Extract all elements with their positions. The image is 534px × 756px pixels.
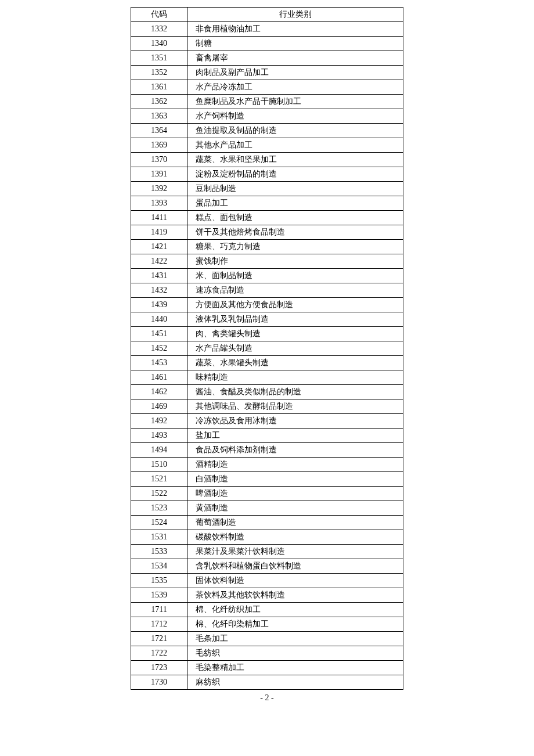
- cell-category: 毛条加工: [187, 632, 403, 646]
- table-row: 1364鱼油提取及制品的制造: [131, 124, 403, 138]
- cell-code: 1340: [131, 37, 187, 51]
- table-row: 1534含乳饮料和植物蛋白饮料制造: [131, 559, 403, 574]
- table-row: 1411糕点、面包制造: [131, 211, 403, 225]
- cell-category: 蔬菜、水果和坚果加工: [187, 153, 403, 167]
- cell-code: 1440: [131, 312, 187, 327]
- cell-category: 酒精制造: [187, 458, 403, 472]
- cell-category: 白酒制造: [187, 472, 403, 487]
- table-row: 1531碳酸饮料制造: [131, 530, 403, 545]
- cell-category: 水产品罐头制造: [187, 341, 403, 356]
- table-row: 1461味精制造: [131, 370, 403, 385]
- cell-code: 1392: [131, 182, 187, 196]
- cell-code: 1393: [131, 196, 187, 211]
- table-row: 1391淀粉及淀粉制品的制造: [131, 167, 403, 182]
- table-row: 1369其他水产品加工: [131, 138, 403, 153]
- table-row: 1361水产品冷冻加工: [131, 80, 403, 95]
- cell-category: 鱼油提取及制品的制造: [187, 124, 403, 138]
- cell-category: 非食用植物油加工: [187, 22, 403, 37]
- table-row: 1421糖果、巧克力制造: [131, 240, 403, 254]
- table-row: 1440液体乳及乳制品制造: [131, 312, 403, 327]
- table-row: 1452水产品罐头制造: [131, 341, 403, 356]
- table-body: 1332非食用植物油加工1340制糖1351畜禽屠宰1352肉制品及副产品加工1…: [131, 22, 403, 690]
- cell-category: 糖果、巧克力制造: [187, 240, 403, 254]
- cell-category: 碳酸饮料制造: [187, 530, 403, 545]
- cell-category: 盐加工: [187, 429, 403, 443]
- table-row: 1722毛纺织: [131, 646, 403, 661]
- cell-code: 1531: [131, 530, 187, 545]
- document-page: 代码 行业类别 1332非食用植物油加工1340制糖1351畜禽屠宰1352肉制…: [0, 0, 534, 703]
- table-row: 1431米、面制品制造: [131, 269, 403, 283]
- cell-category: 方便面及其他方便食品制造: [187, 298, 403, 312]
- table-row: 1494食品及饲料添加剂制造: [131, 443, 403, 458]
- table-row: 1439方便面及其他方便食品制造: [131, 298, 403, 312]
- cell-category: 糕点、面包制造: [187, 211, 403, 225]
- cell-code: 1521: [131, 472, 187, 487]
- cell-category: 鱼糜制品及水产品干腌制加工: [187, 95, 403, 109]
- header-category: 行业类别: [187, 8, 403, 22]
- cell-category: 果菜汁及果菜汁饮料制造: [187, 545, 403, 559]
- header-code: 代码: [131, 8, 187, 22]
- cell-category: 其他调味品、发酵制品制造: [187, 399, 403, 414]
- table-row: 1332非食用植物油加工: [131, 22, 403, 37]
- table-row: 1535固体饮料制造: [131, 574, 403, 588]
- cell-category: 淀粉及淀粉制品的制造: [187, 167, 403, 182]
- table-row: 1432速冻食品制造: [131, 283, 403, 298]
- cell-code: 1535: [131, 574, 187, 588]
- cell-code: 1523: [131, 501, 187, 516]
- cell-code: 1431: [131, 269, 187, 283]
- table-row: 1362鱼糜制品及水产品干腌制加工: [131, 95, 403, 109]
- cell-category: 肉、禽类罐头制造: [187, 327, 403, 341]
- cell-code: 1723: [131, 661, 187, 675]
- cell-code: 1352: [131, 66, 187, 80]
- cell-code: 1721: [131, 632, 187, 646]
- cell-code: 1492: [131, 414, 187, 429]
- table-row: 1392豆制品制造: [131, 182, 403, 196]
- table-row: 1524葡萄酒制造: [131, 516, 403, 530]
- cell-category: 黄酒制造: [187, 501, 403, 516]
- table-row: 1723毛染整精加工: [131, 661, 403, 675]
- cell-code: 1422: [131, 254, 187, 269]
- table-row: 1539茶饮料及其他软饮料制造: [131, 588, 403, 603]
- cell-code: 1711: [131, 603, 187, 617]
- cell-category: 冷冻饮品及食用冰制造: [187, 414, 403, 429]
- table-row: 1340制糖: [131, 37, 403, 51]
- cell-category: 酱油、食醋及类似制品的制造: [187, 385, 403, 399]
- cell-category: 毛染整精加工: [187, 661, 403, 675]
- cell-category: 食品及饲料添加剂制造: [187, 443, 403, 458]
- table-row: 1351畜禽屠宰: [131, 51, 403, 66]
- cell-code: 1461: [131, 370, 187, 385]
- table-row: 1462酱油、食醋及类似制品的制造: [131, 385, 403, 399]
- cell-code: 1411: [131, 211, 187, 225]
- cell-code: 1364: [131, 124, 187, 138]
- cell-category: 啤酒制造: [187, 487, 403, 501]
- cell-code: 1493: [131, 429, 187, 443]
- table-row: 1522啤酒制造: [131, 487, 403, 501]
- cell-code: 1453: [131, 356, 187, 370]
- table-row: 1422蜜饯制作: [131, 254, 403, 269]
- table-row: 1453蔬菜、水果罐头制造: [131, 356, 403, 370]
- cell-category: 蔬菜、水果罐头制造: [187, 356, 403, 370]
- table-row: 1492冷冻饮品及食用冰制造: [131, 414, 403, 429]
- cell-category: 茶饮料及其他软饮料制造: [187, 588, 403, 603]
- cell-code: 1363: [131, 109, 187, 124]
- cell-category: 豆制品制造: [187, 182, 403, 196]
- table-row: 1469其他调味品、发酵制品制造: [131, 399, 403, 414]
- cell-code: 1469: [131, 399, 187, 414]
- cell-code: 1722: [131, 646, 187, 661]
- cell-code: 1361: [131, 80, 187, 95]
- table-row: 1521白酒制造: [131, 472, 403, 487]
- cell-code: 1432: [131, 283, 187, 298]
- cell-category: 蜜饯制作: [187, 254, 403, 269]
- table-row: 1523黄酒制造: [131, 501, 403, 516]
- cell-code: 1452: [131, 341, 187, 356]
- cell-category: 米、面制品制造: [187, 269, 403, 283]
- cell-code: 1534: [131, 559, 187, 574]
- cell-category: 棉、化纤纺织加工: [187, 603, 403, 617]
- cell-code: 1419: [131, 225, 187, 240]
- cell-code: 1332: [131, 22, 187, 37]
- cell-code: 1510: [131, 458, 187, 472]
- cell-code: 1522: [131, 487, 187, 501]
- cell-code: 1391: [131, 167, 187, 182]
- table-row: 1451肉、禽类罐头制造: [131, 327, 403, 341]
- cell-code: 1462: [131, 385, 187, 399]
